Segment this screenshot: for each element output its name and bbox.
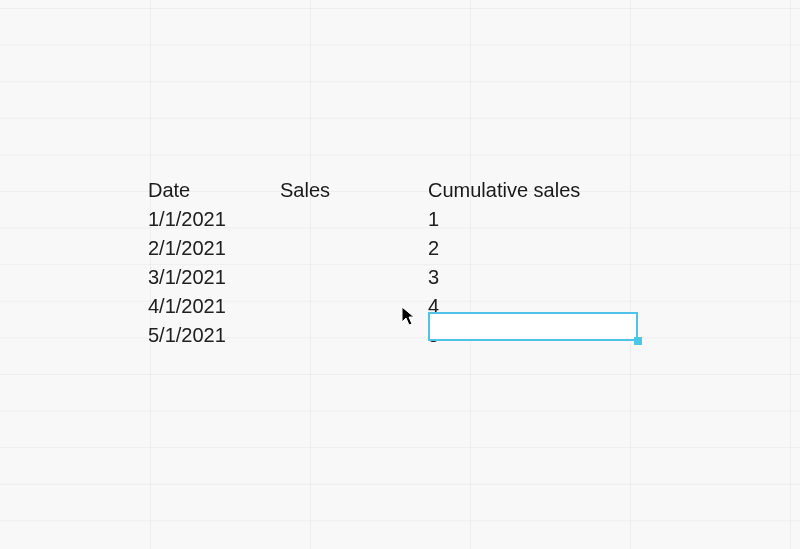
cell-cumulative[interactable]: 3 <box>428 263 638 292</box>
table-row: 3/1/2021 3 <box>148 263 638 292</box>
cell-date[interactable]: 5/1/2021 <box>148 321 280 350</box>
cell-sales[interactable] <box>280 234 428 263</box>
selected-cell[interactable] <box>428 312 638 341</box>
cell-sales[interactable] <box>280 292 428 321</box>
cell-cumulative[interactable]: 2 <box>428 234 638 263</box>
cell-sales[interactable] <box>280 321 428 350</box>
cell-sales[interactable] <box>280 205 428 234</box>
cell-cumulative[interactable]: 1 <box>428 205 638 234</box>
header-date[interactable]: Date <box>148 176 280 205</box>
cell-date[interactable]: 1/1/2021 <box>148 205 280 234</box>
cell-date[interactable]: 4/1/2021 <box>148 292 280 321</box>
table-row: 1/1/2021 1 <box>148 205 638 234</box>
table-row: 2/1/2021 2 <box>148 234 638 263</box>
header-sales[interactable]: Sales <box>280 176 428 205</box>
cell-sales[interactable] <box>280 263 428 292</box>
header-cumulative[interactable]: Cumulative sales <box>428 176 638 205</box>
cell-date[interactable]: 2/1/2021 <box>148 234 280 263</box>
fill-handle[interactable] <box>634 337 642 345</box>
table-header-row: Date Sales Cumulative sales <box>148 176 638 205</box>
cell-date[interactable]: 3/1/2021 <box>148 263 280 292</box>
